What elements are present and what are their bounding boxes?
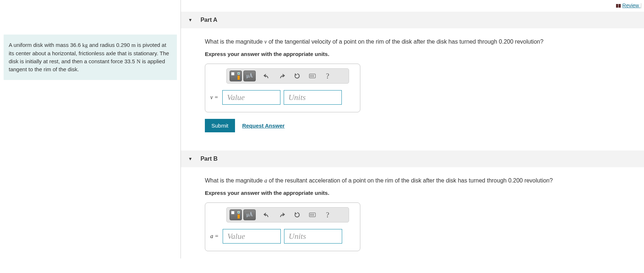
- caret-down-icon: ▼: [188, 156, 193, 161]
- topbar: Review |: [181, 0, 644, 9]
- redo-button[interactable]: [278, 210, 286, 219]
- part-b-header[interactable]: ▼ Part B: [181, 150, 644, 167]
- text: and radius: [88, 42, 116, 48]
- part-b-instruction: Express your answer with the appropriate…: [205, 190, 637, 196]
- part-b-answer-box: μÅ ? a =: [205, 202, 360, 251]
- radius-unit: m: [131, 42, 136, 48]
- variable-v: v: [264, 39, 267, 45]
- part-a-header[interactable]: ▼ Part A: [181, 12, 644, 28]
- variable-a: a: [264, 177, 267, 184]
- symbols-button[interactable]: μÅ: [243, 209, 256, 220]
- review-link[interactable]: Review: [616, 3, 640, 8]
- force-unit: N: [137, 59, 141, 64]
- part-a-input-row: v =: [210, 90, 355, 105]
- part-a-title: Part A: [201, 17, 218, 23]
- undo-button[interactable]: [262, 72, 271, 80]
- text: What is the magnitude: [205, 39, 264, 45]
- request-answer-link[interactable]: Request Answer: [242, 123, 285, 129]
- text: What is the magnitude: [205, 177, 264, 184]
- keyboard-button[interactable]: [308, 210, 317, 219]
- review-label: Review: [622, 3, 639, 8]
- text: of the resultant acceleration of a point…: [267, 177, 553, 184]
- part-a-var-label: v =: [210, 94, 219, 101]
- help-button[interactable]: ?: [323, 72, 332, 80]
- tool-group: μÅ: [230, 209, 256, 220]
- answer-panel: Review | ▼ Part A What is the magnitude …: [181, 0, 644, 258]
- tool-group: μÅ: [230, 71, 256, 81]
- part-a-actions: Submit Request Answer: [205, 119, 637, 132]
- part-b-question: What is the magnitude a of the resultant…: [205, 177, 637, 184]
- help-button[interactable]: ?: [323, 210, 332, 219]
- undo-button[interactable]: [262, 210, 271, 219]
- symbols-button[interactable]: μÅ: [243, 71, 256, 81]
- text: A uniform disk with mass: [9, 42, 70, 48]
- part-a-body: What is the magnitude v of the tangentia…: [181, 28, 644, 140]
- keyboard-icon: [309, 74, 316, 78]
- problem-panel: A uniform disk with mass 36.6 kg and rad…: [0, 0, 181, 258]
- redo-button[interactable]: [278, 72, 286, 80]
- part-a-units-input[interactable]: [284, 90, 342, 105]
- templates-button[interactable]: [230, 209, 242, 220]
- part-b-body: What is the magnitude a of the resultant…: [181, 167, 644, 258]
- part-b-var-label: a =: [210, 233, 219, 240]
- keyboard-icon: [309, 213, 316, 217]
- part-a-instruction: Express your answer with the appropriate…: [205, 51, 637, 57]
- caret-down-icon: ▼: [188, 17, 193, 23]
- separator: |: [640, 2, 642, 8]
- problem-statement: A uniform disk with mass 36.6 kg and rad…: [4, 35, 177, 80]
- mass-value: 36.6: [70, 42, 81, 48]
- part-a-question: What is the magnitude v of the tangentia…: [205, 39, 637, 45]
- part-b-toolbar: μÅ ?: [226, 207, 349, 222]
- part-a-toolbar: μÅ ?: [226, 68, 349, 84]
- part-a-answer-box: μÅ ? v =: [205, 64, 360, 112]
- reset-button[interactable]: [293, 72, 301, 80]
- svg-rect-0: [616, 4, 618, 8]
- part-b-value-input[interactable]: [223, 229, 281, 244]
- part-b-units-input[interactable]: [284, 229, 342, 244]
- part-b-input-row: a =: [210, 229, 355, 244]
- force-value: 33.5: [125, 58, 135, 64]
- part-b-title: Part B: [201, 156, 218, 162]
- templates-button[interactable]: [230, 71, 242, 81]
- radius-value: 0.290: [116, 42, 130, 48]
- reset-button[interactable]: [293, 210, 301, 219]
- text: of the tangential velocity of a point on…: [267, 39, 543, 45]
- svg-rect-1: [619, 4, 621, 8]
- part-a-value-input[interactable]: [222, 90, 280, 105]
- keyboard-button[interactable]: [308, 72, 317, 80]
- mass-unit: kg: [82, 42, 88, 48]
- book-icon: [616, 4, 621, 8]
- submit-button[interactable]: Submit: [205, 119, 235, 132]
